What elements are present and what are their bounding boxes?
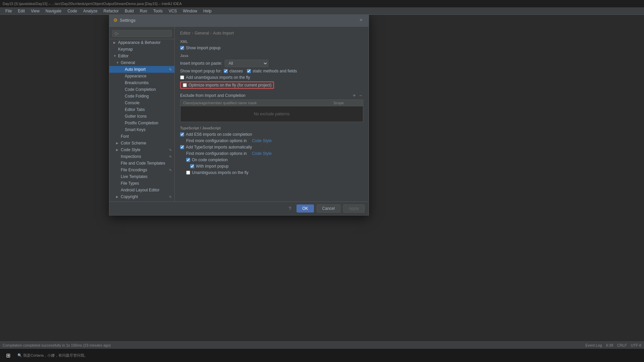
menu-help[interactable]: Help — [201, 8, 214, 14]
menu-run[interactable]: Run — [137, 8, 150, 14]
sidebar-item-editor[interactable]: ▼ Editor — [109, 53, 174, 59]
sidebar-item-keymap[interactable]: Keymap — [109, 46, 174, 53]
sidebar-item-label: Appearance — [125, 74, 147, 78]
sidebar-item-color-scheme[interactable]: ▶ Color Scheme — [109, 140, 174, 146]
menu-vcs[interactable]: VCS — [166, 8, 180, 14]
show-import-for-label: Show import popup for: — [180, 69, 222, 73]
classes-checkbox-label[interactable]: classes — [224, 69, 243, 73]
ok-button[interactable]: OK — [297, 204, 314, 213]
sidebar-item-breadcrumbs[interactable]: Breadcrumbs — [109, 79, 174, 86]
arrow-icon: ▶ — [116, 195, 119, 198]
sidebar-item-editor-tabs[interactable]: Editor Tabs — [109, 106, 174, 113]
sidebar-item-smart-keys[interactable]: Smart Keys — [109, 126, 174, 133]
sidebar-item-copyright[interactable]: ▶ Copyright ✎ — [109, 193, 174, 200]
compilation-status: Compilation completed successfully in 1s… — [3, 343, 111, 347]
ts-add-es6-checkbox[interactable] — [180, 132, 184, 136]
ts-find-more-2-text: Find more configuration options in — [186, 151, 247, 156]
static-methods-checkbox[interactable] — [247, 69, 251, 73]
event-log[interactable]: Event Log — [585, 343, 602, 347]
sidebar-item-label: Code Style — [121, 147, 141, 152]
breadcrumb-general: General — [195, 31, 209, 36]
optimize-imports-checkbox[interactable] — [183, 83, 187, 87]
menu-analyze[interactable]: Analyze — [80, 8, 100, 14]
add-unambiguous-checkbox[interactable] — [180, 75, 184, 79]
classes-checkbox[interactable] — [224, 69, 228, 73]
modified-icon2: ✎ — [169, 148, 172, 152]
menu-navigate[interactable]: Navigate — [43, 8, 64, 14]
optimize-imports-highlight: Optimize imports on the fly (for current… — [180, 81, 274, 89]
add-exclude-button[interactable]: + — [351, 92, 357, 99]
menu-edit[interactable]: Edit — [15, 8, 28, 14]
windows-start-button[interactable]: ⊞ — [3, 350, 13, 361]
sidebar-item-postfix-completion[interactable]: Postfix Completion — [109, 120, 174, 126]
sidebar-item-file-code-templates[interactable]: File and Code Templates — [109, 160, 174, 167]
breadcrumb-editor: Editor — [180, 31, 191, 36]
ts-on-code-label[interactable]: On code completion — [186, 158, 228, 162]
settings-icon: ⚙ — [113, 17, 118, 23]
sidebar-item-auto-import[interactable]: Auto Import ✎ — [109, 66, 174, 73]
show-import-for-row: Show import popup for: classes static me… — [180, 69, 363, 73]
sidebar-item-label: General — [121, 60, 135, 65]
ts-add-es6-label[interactable]: Add ES6 imports on code completion — [180, 132, 252, 137]
ts-unambiguous-checkbox[interactable] — [186, 171, 190, 175]
exclude-section: Exclude from Import and Completion + − C… — [180, 92, 363, 122]
menu-view[interactable]: View — [28, 8, 42, 14]
sidebar-item-file-encodings[interactable]: File Encodings ✎ — [109, 167, 174, 173]
menu-file[interactable]: File — [3, 8, 14, 14]
ts-add-typescript-checkbox[interactable] — [180, 145, 184, 149]
ts-add-typescript-label[interactable]: Add TypeScript imports automatically — [180, 145, 252, 149]
breadcrumb-auto-import: Auto Import — [213, 31, 234, 36]
sidebar-item-label: Editor Tabs — [125, 107, 145, 112]
ts-unambiguous-label[interactable]: Unambiguous imports on the fly — [186, 170, 249, 175]
ts-on-code-checkbox[interactable] — [186, 158, 190, 162]
settings-sidebar: ▶ Appearance & Behavior Keymap ▼ Editor … — [109, 27, 175, 201]
add-unambiguous-label[interactable]: Add unambiguous imports on the fly — [180, 75, 250, 80]
sidebar-item-android-layout-editor[interactable]: Android Layout Editor — [109, 187, 174, 193]
ts-code-style-link-1[interactable]: Code Style — [252, 138, 272, 143]
ts-with-popup-checkbox[interactable] — [190, 164, 194, 168]
no-patterns-label: No exclude patterns — [180, 106, 363, 122]
exclude-table-container: Class/package/member qualified name mask… — [180, 100, 363, 122]
exclude-section-label: Exclude from Import and Completion — [180, 93, 246, 98]
remove-exclude-button[interactable]: − — [358, 92, 363, 99]
sidebar-item-general[interactable]: ▼ General — [109, 59, 174, 66]
xml-show-import-checkbox[interactable] — [180, 46, 184, 50]
add-unambiguous-row: Add unambiguous imports on the fly — [180, 75, 363, 80]
sidebar-item-font[interactable]: Font — [109, 133, 174, 140]
ts-with-popup-label[interactable]: With import popup — [190, 164, 228, 169]
arrow-icon: ▼ — [113, 54, 117, 58]
sidebar-item-appearance-behavior[interactable]: ▶ Appearance & Behavior — [109, 39, 174, 46]
menu-code[interactable]: Code — [65, 8, 80, 14]
menu-refactor[interactable]: Refactor — [101, 8, 121, 14]
ts-code-style-link-2[interactable]: Code Style — [252, 151, 272, 156]
dialog-titlebar: ⚙ Settings × — [109, 14, 369, 27]
apply-button[interactable]: Apply — [343, 204, 365, 213]
help-icon[interactable]: ? — [286, 204, 294, 213]
sidebar-item-code-style[interactable]: ▶ Code Style ✎ — [109, 146, 174, 153]
taskbar-search[interactable]: 🔍 我是Cortana，小娜，有问题尽管问我。 — [17, 353, 88, 358]
sidebar-item-file-types[interactable]: File Types — [109, 180, 174, 187]
menu-window[interactable]: Window — [180, 8, 200, 14]
sidebar-item-code-completion[interactable]: Code Completion — [109, 86, 174, 93]
sidebar-item-code-folding[interactable]: Code Folding — [109, 93, 174, 100]
menu-tools[interactable]: Tools — [151, 8, 165, 14]
cancel-button[interactable]: Cancel — [317, 204, 340, 213]
modified-icon5: ✎ — [169, 195, 172, 199]
java-section-label: Java — [180, 54, 363, 58]
ts-section: TypeScript / JavaScript Add ES6 imports … — [180, 126, 363, 175]
insert-imports-select[interactable]: All Ask None — [225, 60, 268, 67]
sidebar-item-inspections[interactable]: Inspections ✎ — [109, 153, 174, 160]
menu-build[interactable]: Build — [122, 8, 137, 14]
static-methods-checkbox-label[interactable]: static methods and fields — [247, 69, 297, 73]
sidebar-item-console[interactable]: Console — [109, 100, 174, 106]
dialog-close-button[interactable]: × — [358, 16, 365, 24]
sidebar-item-live-templates[interactable]: Live Templates — [109, 173, 174, 180]
breadcrumb: Editor › General › Auto Import — [180, 31, 363, 36]
xml-show-import-label[interactable]: Show import popup — [180, 46, 220, 50]
arrow-icon: ▼ — [116, 61, 119, 64]
sidebar-search-input[interactable] — [112, 30, 172, 37]
settings-dialog: ⚙ Settings × ▶ Appearance & Behavior Key… — [109, 13, 369, 216]
show-import-for-options: classes static methods and fields — [224, 69, 297, 73]
sidebar-item-appearance[interactable]: Appearance — [109, 73, 174, 79]
sidebar-item-gutter-icons[interactable]: Gutter Icons — [109, 113, 174, 120]
